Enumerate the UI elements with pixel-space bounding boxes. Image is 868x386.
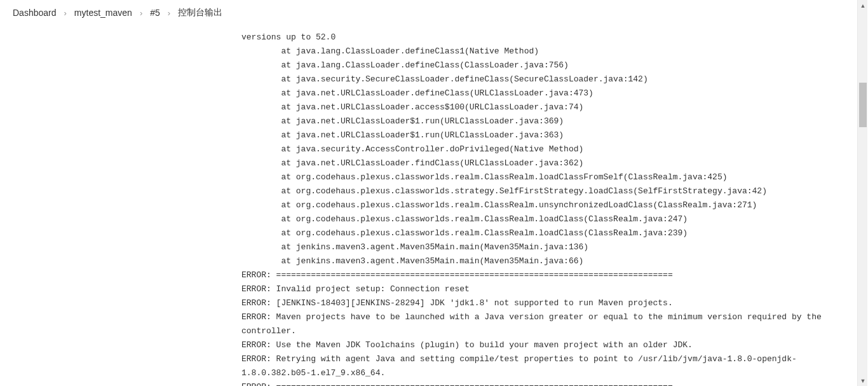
breadcrumb-dashboard[interactable]: Dashboard [10, 8, 59, 18]
scrollbar-up-button[interactable]: ▲ [858, 0, 868, 11]
breadcrumb-console-output[interactable]: 控制台输出 [175, 7, 225, 18]
left-panel [0, 25, 241, 386]
breadcrumb-project[interactable]: mytest_maven [72, 8, 135, 18]
breadcrumb: Dashboard › mytest_maven › #5 › 控制台输出 [0, 0, 868, 25]
console-output: versions up to 52.0 at java.lang.ClassLo… [241, 31, 868, 386]
chevron-right-icon: › [168, 8, 170, 18]
chevron-right-icon: › [140, 8, 142, 18]
scrollbar-thumb[interactable] [859, 83, 867, 127]
content-area: versions up to 52.0 at java.lang.ClassLo… [0, 25, 868, 386]
scrollbar-down-button[interactable]: ▼ [858, 375, 868, 386]
console-output-container: versions up to 52.0 at java.lang.ClassLo… [241, 25, 868, 386]
breadcrumb-build[interactable]: #5 [147, 8, 163, 18]
chevron-right-icon: › [64, 8, 67, 18]
scrollbar-track[interactable]: ▲ ▼ [857, 0, 867, 386]
